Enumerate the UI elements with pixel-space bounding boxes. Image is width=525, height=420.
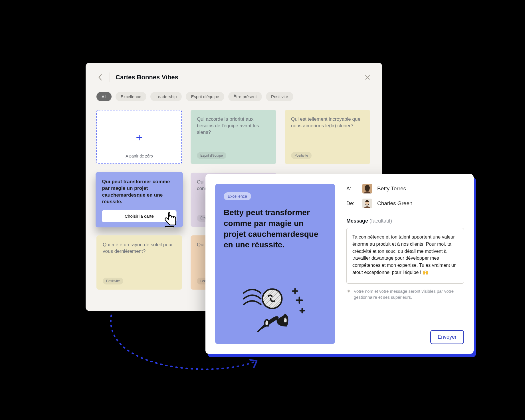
panel-header: Cartes Bonnes Vibes [96, 72, 371, 82]
sender-name: Charles Green [377, 200, 413, 207]
send-button[interactable]: Envoyer [430, 330, 464, 344]
card-text: Qui accorde la priorité aux besoins de l… [197, 116, 270, 136]
header-separator [110, 72, 110, 82]
thumbs-up-illustration [241, 283, 309, 337]
filter-chip-etre-present[interactable]: Être présent [228, 92, 262, 101]
plus-icon: + [136, 132, 142, 143]
card-text: Qui est tellement incroyable que nous ai… [291, 116, 364, 129]
visibility-text: Votre nom et votre message seront visibl… [354, 288, 464, 300]
message-textarea[interactable]: Ta compétence et ton talent apportent un… [346, 228, 464, 284]
selected-card-headline: Betty peut transformer comme par magie u… [224, 207, 326, 250]
avatar [362, 184, 372, 193]
message-label-text: Message [346, 218, 368, 224]
filter-chip-positivite[interactable]: Positivité [266, 92, 293, 101]
svg-point-7 [348, 290, 349, 291]
message-optional: (facultatif) [369, 218, 392, 224]
compose-form: À: Betty Torres De: Charles Green Messag… [346, 184, 464, 344]
compose-modal: Excellence Betty peut transformer comme … [205, 174, 474, 354]
card-item[interactable]: Qui accorde la priorité aux besoins de l… [191, 110, 276, 164]
selected-card-tag: Excellence [224, 192, 251, 200]
filter-chip-excellence[interactable]: Excellence [116, 92, 147, 101]
panel-title: Cartes Bonnes Vibes [116, 74, 358, 81]
new-card-label: À partir de zéro [126, 154, 153, 158]
close-icon [365, 75, 370, 80]
message-label: Message (facultatif) [346, 218, 464, 224]
card-item-selected[interactable]: Qui peut transformer comme par magie un … [96, 172, 183, 227]
card-tag: Positivité [103, 278, 123, 284]
filter-chip-all[interactable]: All [96, 92, 112, 101]
to-label: À: [346, 186, 357, 192]
svg-point-2 [262, 289, 282, 308]
sender-row: De: Charles Green [346, 199, 464, 208]
card-item[interactable]: Qui est tellement incroyable que nous ai… [285, 110, 370, 164]
from-label: De: [346, 201, 357, 207]
visibility-note: Votre nom et votre message seront visibl… [346, 288, 464, 300]
recipient-row: À: Betty Torres [346, 184, 464, 193]
filter-chip-row: All Excellence Leadership Esprit d'équip… [96, 92, 371, 101]
recipient-name: Betty Torres [377, 185, 406, 192]
card-text: Qui a été un rayon de soleil pour vous d… [103, 242, 176, 255]
eye-icon [346, 288, 350, 294]
chevron-left-icon [98, 74, 102, 80]
new-card-tile[interactable]: + À partir de zéro [96, 110, 182, 164]
avatar [362, 199, 372, 208]
card-item[interactable]: Qui a été un rayon de soleil pour vous d… [96, 235, 182, 290]
card-text: Qui peut transformer comme par magie un … [102, 179, 176, 205]
card-tag: Positivité [291, 152, 312, 159]
filter-chip-leadership[interactable]: Leadership [150, 92, 182, 101]
back-button[interactable] [96, 74, 104, 81]
filter-chip-esprit[interactable]: Esprit d'équipe [186, 92, 224, 101]
card-tag: Esprit d'équipe [197, 152, 226, 159]
close-button[interactable] [364, 73, 371, 81]
choose-card-button[interactable]: Choisir la carte [102, 210, 176, 222]
selected-card-preview: Excellence Betty peut transformer comme … [215, 184, 335, 344]
